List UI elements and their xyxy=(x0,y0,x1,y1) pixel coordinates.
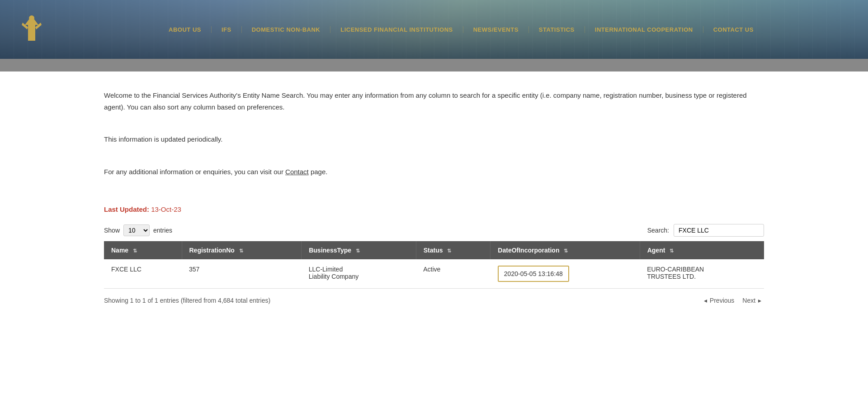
intro-paragraph-1: Welcome to the Financial Services Author… xyxy=(104,90,764,113)
nav-item-ifs[interactable]: IFS xyxy=(212,26,242,33)
nav-item-domestic-non-bank[interactable]: DOMESTIC NON-BANK xyxy=(242,26,331,33)
col-status[interactable]: Status ⇅ xyxy=(416,241,491,259)
next-button[interactable]: Next ▸ xyxy=(740,296,764,305)
next-arrow-icon: ▸ xyxy=(758,297,761,304)
cell-agent: EURO-CARIBBEANTRUSTEES LTD. xyxy=(640,259,764,289)
entity-table: Name ⇅ RegistrationNo ⇅ BusinessType ⇅ S… xyxy=(104,241,764,289)
search-area: Search: xyxy=(647,224,764,237)
entries-label: entries xyxy=(153,227,172,234)
table-body: FXCE LLC 357 LLC-LimitedLiability Compan… xyxy=(104,259,764,289)
fsa-logo-icon xyxy=(18,14,45,45)
nav-item-contact-us[interactable]: CONTACT US xyxy=(703,26,764,33)
header: ABOUT USIFSDOMESTIC NON-BANKLICENSED FIN… xyxy=(0,0,868,59)
cell-business-type: LLC-LimitedLiability Company xyxy=(302,259,416,289)
sub-bar xyxy=(0,59,868,71)
date-highlighted: 2020-05-05 13:16:48 xyxy=(498,266,569,282)
prev-button[interactable]: ◂ Previous xyxy=(701,296,737,305)
cell-name: FXCE LLC xyxy=(104,259,182,289)
show-label: Show xyxy=(104,227,120,234)
search-label: Search: xyxy=(647,227,669,234)
nav-item-statistics[interactable]: STATISTICS xyxy=(529,26,585,33)
last-updated-date: 13-Oct-23 xyxy=(151,205,181,213)
show-entries-control: Show 10 25 50 100 entries xyxy=(104,224,172,236)
cell-reg-no: 357 xyxy=(182,259,302,289)
logo-area xyxy=(18,14,45,45)
col-agent[interactable]: Agent ⇅ xyxy=(640,241,764,259)
last-updated-label: Last Updated: xyxy=(104,205,151,213)
main-nav: ABOUT USIFSDOMESTIC NON-BANKLICENSED FIN… xyxy=(72,26,850,33)
sort-arrows-status: ⇅ xyxy=(447,248,451,254)
intro-paragraph-3: For any additional information or enquir… xyxy=(104,166,764,178)
pagination: ◂ Previous Next ▸ xyxy=(701,296,764,305)
col-reg-no[interactable]: RegistrationNo ⇅ xyxy=(182,241,302,259)
sort-arrows-date: ⇅ xyxy=(564,248,568,254)
cell-date: 2020-05-05 13:16:48 xyxy=(491,259,640,289)
next-label: Next xyxy=(742,297,755,304)
table-header: Name ⇅ RegistrationNo ⇅ BusinessType ⇅ S… xyxy=(104,241,764,259)
main-content: Welcome to the Financial Services Author… xyxy=(0,71,868,332)
search-input[interactable] xyxy=(674,224,764,237)
last-updated: Last Updated: 13-Oct-23 xyxy=(104,205,764,213)
intro-paragraph-2: This information is updated periodically… xyxy=(104,133,764,145)
sort-arrows-name: ⇅ xyxy=(133,248,137,254)
nav-item-about-us[interactable]: ABOUT US xyxy=(159,26,212,33)
nav-item-news-events[interactable]: NEWS/EVENTS xyxy=(463,26,529,33)
col-business-type[interactable]: BusinessType ⇅ xyxy=(302,241,416,259)
nav-item-licensed-financial-institutions[interactable]: LICENSED FINANCIAL INSTITUTIONS xyxy=(330,26,463,33)
prev-label: Previous xyxy=(710,297,734,304)
nav-item-international-cooperation[interactable]: INTERNATIONAL COOPERATION xyxy=(585,26,703,33)
sort-arrows-biz: ⇅ xyxy=(356,248,360,254)
intro-p3-suffix: page. xyxy=(309,168,328,176)
sort-arrows-reg: ⇅ xyxy=(239,248,243,254)
col-name[interactable]: Name ⇅ xyxy=(104,241,182,259)
svg-point-1 xyxy=(29,15,34,21)
prev-arrow-icon: ◂ xyxy=(704,297,707,304)
intro-p3-prefix: For any additional information or enquir… xyxy=(104,168,285,176)
entries-select[interactable]: 10 25 50 100 xyxy=(123,224,150,236)
table-row: FXCE LLC 357 LLC-LimitedLiability Compan… xyxy=(104,259,764,289)
contact-link[interactable]: Contact xyxy=(285,168,309,176)
col-date[interactable]: DateOfIncorporation ⇅ xyxy=(491,241,640,259)
table-controls: Show 10 25 50 100 entries Search: xyxy=(104,224,764,237)
cell-status: Active xyxy=(416,259,491,289)
table-footer: Showing 1 to 1 of 1 entries (filtered fr… xyxy=(104,296,764,305)
showing-text: Showing 1 to 1 of 1 entries (filtered fr… xyxy=(104,297,270,304)
sort-arrows-agent: ⇅ xyxy=(670,248,674,254)
